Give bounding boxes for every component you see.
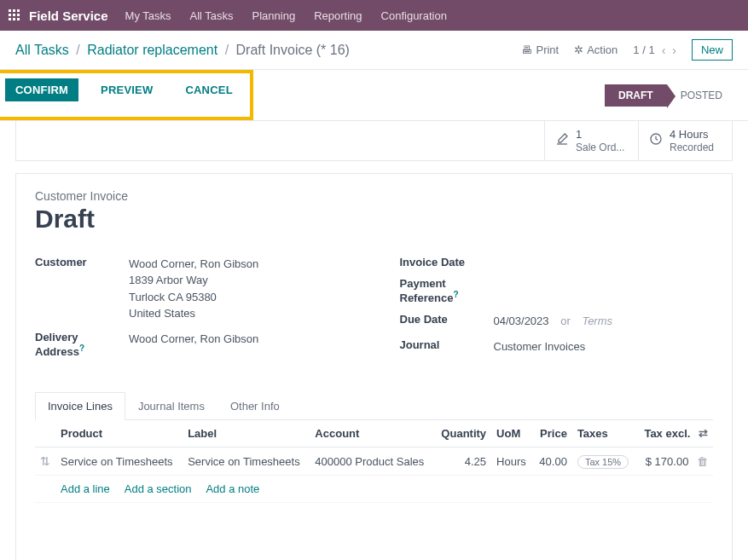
adjust-icon[interactable]: ⇄ [699,427,708,440]
preview-button[interactable]: PREVIEW [90,78,163,101]
form-tabs: Invoice Lines Journal Items Other Info [35,392,713,420]
stage-draft[interactable]: DRAFT [605,84,667,107]
col-taxes: Taxes [572,420,636,447]
gear-icon: ✲ [574,43,583,56]
help-icon[interactable]: ? [79,344,84,353]
pager: 1 / 1 ‹ › [633,43,676,57]
new-button[interactable]: New [692,39,733,61]
invoice-form: Customer Invoice Draft Customer Wood Cor… [15,173,733,560]
add-note-link[interactable]: Add a note [206,482,259,495]
nav-planning[interactable]: Planning [252,9,296,22]
breadcrumb: All Tasks / Radiator replacement / Draft… [15,43,350,58]
delivery-field[interactable]: Wood Corner, Ron Gibson [129,331,258,348]
doc-type-label: Customer Invoice [35,189,713,203]
nav-configuration[interactable]: Configuration [381,9,447,22]
cell-qty[interactable]: 4.25 [434,447,491,476]
action-button[interactable]: ✲ Action [574,43,618,56]
svg-rect-8 [17,18,20,20]
add-section-link[interactable]: Add a section [125,482,192,495]
payment-ref-label: Payment Reference? [400,277,494,304]
cell-taxes[interactable]: Tax 15% [572,447,636,476]
stat-buttons: 1 Sale Ord... 4 Hours Recorded [15,121,733,161]
add-line-link[interactable]: Add a line [61,482,110,495]
stat-hours-label: Recorded [670,141,714,153]
cell-taxexcl: $ 170.00 🗑 [636,447,713,476]
clock-icon [649,132,663,148]
nav-all-tasks[interactable]: All Tasks [190,9,234,22]
breadcrumb-task[interactable]: Radiator replacement [87,43,217,57]
stat-sale-value: 1 [576,128,624,141]
status-row: CONFIRM PREVIEW CANCEL DRAFT POSTED [0,70,748,121]
col-uom: UoM [491,420,533,447]
trash-icon[interactable]: 🗑 [697,455,708,468]
breadcrumb-current: Draft Invoice (* 16) [236,43,350,57]
stat-sale-label: Sale Ord... [576,141,624,153]
due-date-label: Due Date [400,313,494,326]
svg-rect-5 [17,14,20,16]
cancel-button[interactable]: CANCEL [175,78,242,101]
apps-icon[interactable] [9,9,20,21]
journal-label: Journal [400,338,494,351]
help-icon[interactable]: ? [453,290,458,299]
edit-icon [555,132,569,148]
highlighted-actions: CONFIRM PREVIEW CANCEL [0,70,253,120]
svg-rect-1 [13,9,15,12]
delivery-label: Delivery Address? [35,331,129,358]
col-taxexcl: Tax excl. ⇄ [636,420,713,447]
svg-rect-3 [9,14,11,16]
stat-hours[interactable]: 4 Hours Recorded [638,121,732,160]
cell-product[interactable]: Service on Timesheets [55,447,183,476]
col-price: Price [533,420,572,447]
svg-rect-0 [9,9,11,12]
customer-field[interactable]: Wood Corner, Ron Gibson 1839 Arbor Way T… [129,256,258,322]
invoice-date-label: Invoice Date [400,256,494,268]
cell-label[interactable]: Service on Timesheets [183,447,310,476]
breadcrumb-all-tasks[interactable]: All Tasks [15,43,69,57]
tab-other-info[interactable]: Other Info [217,392,293,420]
top-menu: My Tasks All Tasks Planning Reporting Co… [125,9,447,22]
col-quantity: Quantity [434,420,491,447]
terms-field[interactable]: Terms [582,315,612,327]
invoice-lines-table: Product Label Account Quantity UoM Price… [35,420,713,560]
svg-rect-4 [13,14,15,16]
pager-prev[interactable]: ‹ [662,43,666,57]
drag-handle-icon[interactable]: ⇅ [40,454,50,468]
svg-rect-2 [17,9,20,12]
app-name[interactable]: Field Service [29,9,108,23]
nav-reporting[interactable]: Reporting [314,9,362,22]
cell-account[interactable]: 400000 Product Sales [310,447,433,476]
tab-journal-items[interactable]: Journal Items [125,392,217,420]
confirm-button[interactable]: CONFIRM [5,78,78,101]
col-product: Product [55,420,183,447]
due-date-field[interactable]: 04/03/2023 [494,315,549,327]
cell-uom[interactable]: Hours [491,447,533,476]
control-bar: All Tasks / Radiator replacement / Draft… [0,31,748,70]
top-navbar: Field Service My Tasks All Tasks Plannin… [0,0,748,31]
col-label: Label [183,420,310,447]
col-account: Account [310,420,433,447]
doc-title: Draft [35,205,713,234]
stat-sale-order[interactable]: 1 Sale Ord... [544,121,638,160]
line-actions-row: Add a line Add a section Add a note [35,476,713,503]
svg-rect-7 [13,18,15,20]
nav-my-tasks[interactable]: My Tasks [125,9,171,22]
pager-count: 1 / 1 [633,43,654,56]
pager-next[interactable]: › [672,43,676,57]
print-button[interactable]: 🖶 Print [521,43,559,56]
customer-label: Customer [35,256,129,268]
print-icon: 🖶 [521,43,532,56]
tab-invoice-lines[interactable]: Invoice Lines [35,392,125,420]
table-row[interactable]: ⇅ Service on Timesheets Service on Times… [35,447,713,476]
journal-field[interactable]: Customer Invoices [494,338,586,355]
cell-price[interactable]: 40.00 [533,447,572,476]
stat-hours-value: 4 Hours [670,128,714,141]
svg-rect-6 [9,18,11,20]
stage-posted[interactable]: POSTED [667,84,736,107]
